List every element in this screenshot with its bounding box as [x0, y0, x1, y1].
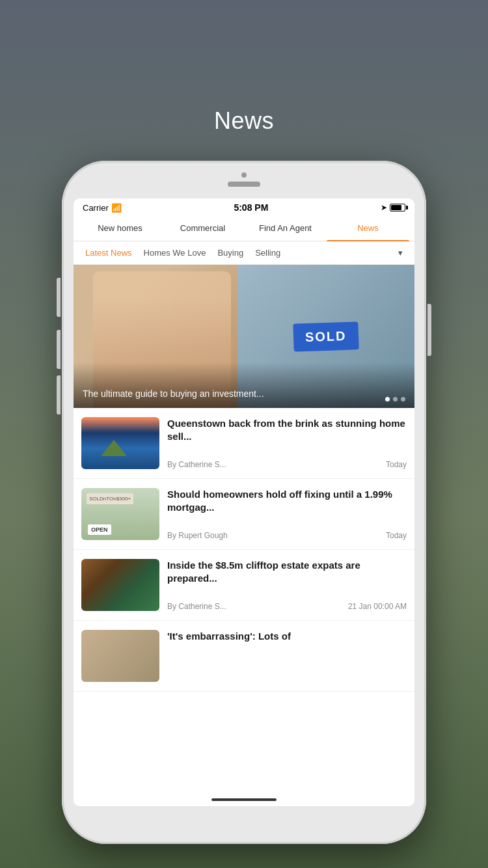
hero-dot-1	[385, 397, 390, 401]
phone-screen: Carrier 📶 5:08 PM ➤ New homes Commercial…	[74, 198, 414, 806]
home-indicator	[74, 793, 414, 806]
home-bar	[211, 798, 277, 801]
tab-commercial[interactable]: Commercial	[161, 215, 244, 241]
tab-more[interactable]: ▾	[393, 241, 408, 264]
news-date-mortgage: Today	[386, 531, 407, 540]
news-meta-estate: By Catherine S... 21 Jan 00:00 AM	[167, 602, 407, 611]
location-icon: ➤	[381, 203, 387, 212]
news-author-estate: By Catherine S...	[167, 602, 226, 611]
tab-find-an-agent[interactable]: Find An Agent	[244, 215, 327, 241]
news-thumbnail-estate	[81, 559, 159, 611]
news-title-mortgage: Should homeowners hold off fixing until …	[167, 488, 407, 515]
news-item-embarrassing[interactable]: 'It's embarrassing': Lots of	[74, 621, 414, 692]
news-date-estate: 21 Jan 00:00 AM	[348, 602, 407, 611]
category-tabs: Latest News Homes We Love Buying Selling…	[74, 241, 414, 265]
news-thumbnail-queenstown	[81, 417, 159, 469]
hero-overlay: The ultimate guide to buying an investme…	[74, 362, 414, 408]
news-item-mortgage[interactable]: Should homeowners hold off fixing until …	[74, 479, 414, 550]
status-right: ➤	[381, 203, 405, 212]
wifi-icon: 📶	[111, 203, 122, 213]
sold-sign: SOLD	[293, 321, 359, 351]
phone-shell: Carrier 📶 5:08 PM ➤ New homes Commercial…	[62, 161, 426, 844]
news-date-queenstown: Today	[386, 460, 407, 469]
tab-homes-we-love[interactable]: Homes We Love	[139, 241, 211, 264]
news-title-queenstown: Queenstown back from the brink as stunni…	[167, 417, 407, 444]
camera-dot	[241, 172, 247, 178]
news-thumbnail-embarrassing	[81, 630, 159, 682]
news-meta-queenstown: By Catherine S... Today	[167, 460, 407, 469]
tab-new-homes[interactable]: New homes	[79, 215, 161, 241]
tab-latest-news[interactable]: Latest News	[80, 241, 137, 264]
page-title: News	[214, 107, 274, 135]
news-list: Queenstown back from the brink as stunni…	[74, 408, 414, 793]
news-item-queenstown[interactable]: Queenstown back from the brink as stunni…	[74, 408, 414, 479]
battery-icon	[390, 204, 405, 211]
news-item-estate[interactable]: Inside the $8.5m clifftop estate expats …	[74, 550, 414, 621]
news-content-embarrassing: 'It's embarrassing': Lots of	[167, 630, 407, 682]
hero-image[interactable]: SOLD The ultimate guide to buying an inv…	[74, 265, 414, 408]
tab-news[interactable]: News	[327, 215, 409, 241]
hero-dot-3	[401, 397, 405, 401]
news-title-estate: Inside the $8.5m clifftop estate expats …	[167, 559, 407, 586]
news-content-mortgage: Should homeowners hold off fixing until …	[167, 488, 407, 540]
phone-top-bar	[228, 172, 260, 187]
tab-selling[interactable]: Selling	[250, 241, 286, 264]
hero-caption: The ultimate guide to buying an investme…	[83, 388, 405, 399]
news-author-queenstown: By Catherine S...	[167, 460, 226, 469]
status-time: 5:08 PM	[234, 202, 268, 213]
nav-tabs: New homes Commercial Find An Agent News	[74, 215, 414, 241]
news-thumbnail-mortgage	[81, 488, 159, 540]
news-content-estate: Inside the $8.5m clifftop estate expats …	[167, 559, 407, 611]
carrier-label: Carrier 📶	[83, 203, 122, 213]
news-title-embarrassing: 'It's embarrassing': Lots of	[167, 630, 407, 643]
news-meta-mortgage: By Rupert Gough Today	[167, 531, 407, 540]
hero-dot-2	[393, 397, 398, 401]
phone-mockup: Carrier 📶 5:08 PM ➤ New homes Commercial…	[62, 161, 426, 844]
news-author-mortgage: By Rupert Gough	[167, 531, 228, 540]
chevron-down-icon: ▾	[398, 248, 403, 258]
hero-dots	[385, 397, 405, 401]
speaker-slot	[228, 182, 260, 187]
status-bar: Carrier 📶 5:08 PM ➤	[74, 198, 414, 215]
news-content-queenstown: Queenstown back from the brink as stunni…	[167, 417, 407, 469]
battery-fill	[391, 205, 401, 210]
tab-buying[interactable]: Buying	[212, 241, 249, 264]
